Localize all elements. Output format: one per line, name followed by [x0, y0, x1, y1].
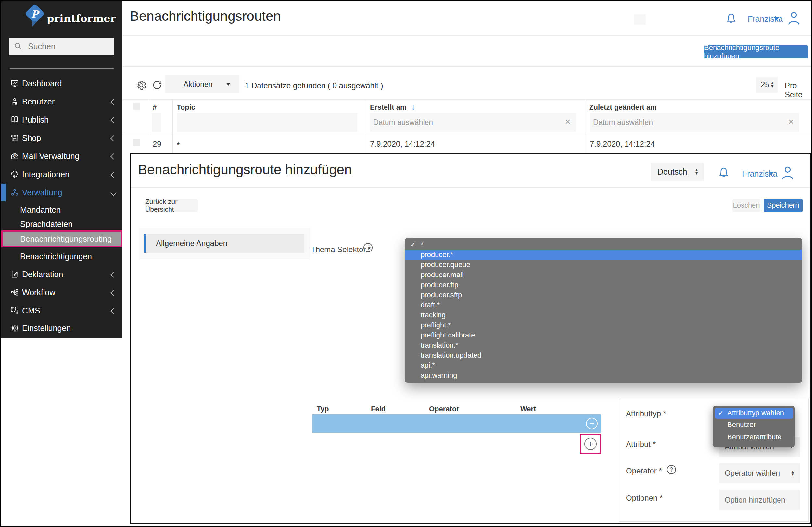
updated-date-filter[interactable]: Datum auswählen ×	[590, 113, 799, 132]
dropdown-option[interactable]: producer.mail	[405, 270, 802, 280]
operator-select[interactable]: Operator wählen ▲▼	[720, 463, 800, 483]
clear-icon[interactable]: ×	[565, 117, 571, 126]
dropdown-option-label: preflight.calibrate	[421, 331, 475, 340]
conditions-col-wert: Wert	[520, 405, 536, 413]
info-icon[interactable]: i	[363, 243, 373, 252]
chevron-left-icon	[111, 153, 116, 159]
dropdown-option-label: api.*	[421, 361, 435, 370]
conditions-col-operator: Operator	[429, 405, 459, 413]
user-avatar-icon[interactable]	[781, 165, 795, 181]
attributtyp-option-selected[interactable]: ✓ Attributtyp wählen	[715, 408, 793, 419]
add-condition-button[interactable]: +	[584, 438, 597, 450]
sidebar-item-benachrichtigungsrouting[interactable]: Benachrichtigungsrouting	[1, 230, 122, 247]
app-window: P printformer Dashboard Benutzer	[0, 0, 812, 527]
attributtyp-option-label: Attributtyp wählen	[727, 409, 784, 417]
cloud-integration-icon	[10, 170, 19, 179]
sidebar-item-label: Integrationen	[22, 170, 70, 179]
page-size-select[interactable]: 25 ▲▼	[756, 77, 778, 93]
operator-label: Operator *	[626, 466, 662, 476]
attribut-label: Attribut *	[626, 440, 656, 449]
back-to-overview-button[interactable]: Zurück zur Übersicht	[145, 199, 198, 212]
column-header-topic[interactable]: Topic	[177, 103, 195, 111]
sidebar-item-benachrichtigungen[interactable]: Benachrichtigungen	[1, 249, 122, 264]
actions-select[interactable]: Aktionen	[165, 75, 240, 93]
table-settings-gear-icon[interactable]	[136, 80, 147, 91]
tab-allgemeine-angaben[interactable]: Allgemeine Angaben	[144, 234, 304, 253]
select-all-checkbox[interactable]	[133, 103, 140, 110]
dropdown-option-label: draft.*	[421, 301, 440, 309]
add-route-button[interactable]: Benachrichtigungsroute hinzufügen	[704, 45, 808, 58]
sidebar-item-verwaltung[interactable]: Verwaltung	[1, 184, 122, 201]
search-input[interactable]	[27, 42, 106, 51]
optionen-label: Optionen *	[626, 494, 663, 503]
dropdown-option[interactable]: preflight.*	[405, 320, 802, 330]
column-divider	[586, 99, 586, 153]
sidebar-item-mandanten[interactable]: Mandanten	[1, 202, 122, 217]
sidebar-item-dashboard[interactable]: Dashboard	[1, 75, 122, 92]
stepper-icon: ▲▼	[791, 470, 795, 476]
user-caret-down-icon[interactable]	[774, 17, 780, 20]
language-select[interactable]: Deutsch ▲▼	[651, 163, 704, 181]
column-header-created[interactable]: Erstellt am	[370, 103, 407, 111]
topic-filter-input[interactable]	[177, 113, 357, 132]
user-caret-down-icon[interactable]	[768, 172, 774, 175]
option-input[interactable]	[720, 490, 800, 510]
dashboard-icon	[10, 79, 19, 88]
sidebar-item-shop[interactable]: Shop	[1, 129, 122, 147]
search-icon	[14, 42, 23, 51]
sort-desc-icon[interactable]: ↓	[411, 102, 416, 112]
column-header-number[interactable]: #	[153, 103, 157, 111]
sidebar-item-einstellungen[interactable]: Einstellungen	[1, 319, 122, 337]
dropdown-option[interactable]: producer.queue	[405, 260, 802, 270]
sidebar-item-publish[interactable]: Publish	[1, 111, 122, 129]
results-count-text: 1 Datensätze gefunden ( 0 ausgewählt )	[245, 81, 383, 90]
sidebar: P printformer Dashboard Benutzer	[1, 1, 122, 338]
dropdown-option[interactable]: translation.*	[405, 340, 802, 350]
clear-icon[interactable]: ×	[788, 117, 794, 126]
language-select-value: Deutsch	[657, 167, 687, 177]
sidebar-item-mail-verwaltung[interactable]: @ Mail Verwaltung	[1, 147, 122, 165]
dropdown-option[interactable]: api.warning	[405, 370, 802, 380]
column-header-updated[interactable]: Zuletzt geändert am	[589, 103, 657, 111]
refresh-icon[interactable]	[151, 79, 163, 91]
dropdown-option[interactable]: ✓ *	[405, 240, 802, 250]
help-icon[interactable]: ?	[667, 465, 676, 474]
dropdown-option[interactable]: tracking	[405, 310, 802, 320]
condition-row-selected[interactable]	[313, 415, 601, 433]
chevron-left-icon	[111, 290, 116, 296]
user-avatar-icon[interactable]	[787, 10, 801, 26]
dropdown-option[interactable]: producer.ftp	[405, 280, 802, 290]
sidebar-item-workflow[interactable]: Workflow	[1, 284, 122, 301]
attributtyp-option[interactable]: Benutzerattribute	[715, 431, 793, 443]
sidebar-item-sprachdateien[interactable]: Sprachdateien	[1, 216, 122, 231]
storefront-icon	[10, 134, 19, 142]
sidebar-search[interactable]	[9, 37, 114, 55]
number-filter-input[interactable]	[152, 113, 161, 132]
dropdown-option[interactable]: translation.updated	[405, 350, 802, 360]
sidebar-item-benutzer[interactable]: Benutzer	[1, 93, 122, 110]
row-checkbox[interactable]	[133, 139, 140, 146]
add-route-modal: Benachrichtigungsroute hinzufügen Deutsc…	[130, 153, 811, 524]
sidebar-item-label: Publish	[22, 115, 49, 125]
sidebar-item-label: Benachrichtigungsrouting	[20, 234, 112, 244]
save-button[interactable]: Speichern	[764, 199, 802, 212]
sidebar-item-integrationen[interactable]: Integrationen	[1, 166, 122, 183]
chevron-left-icon	[111, 272, 116, 277]
chevron-down-icon	[111, 190, 116, 196]
workflow-icon	[10, 288, 19, 297]
chevron-left-icon	[111, 172, 116, 178]
add-condition-highlight-box: +	[580, 434, 601, 454]
bell-icon[interactable]	[725, 10, 737, 26]
dropdown-option[interactable]: draft.*	[405, 300, 802, 310]
dropdown-option-selected[interactable]: producer.*	[405, 250, 802, 260]
bell-icon[interactable]	[717, 165, 730, 180]
delete-button[interactable]: Löschen	[733, 199, 760, 212]
dropdown-option[interactable]: preflight.calibrate	[405, 330, 802, 340]
dropdown-option[interactable]: producer.sftp	[405, 290, 802, 300]
sidebar-item-cms[interactable]: CMS	[1, 302, 122, 319]
remove-condition-button[interactable]: −	[586, 418, 598, 429]
dropdown-option[interactable]: api.*	[405, 360, 802, 370]
attributtyp-option[interactable]: Benutzer	[715, 419, 793, 431]
sidebar-item-deklaration[interactable]: Deklaration	[1, 266, 122, 283]
created-date-filter[interactable]: Datum auswählen ×	[370, 113, 576, 132]
